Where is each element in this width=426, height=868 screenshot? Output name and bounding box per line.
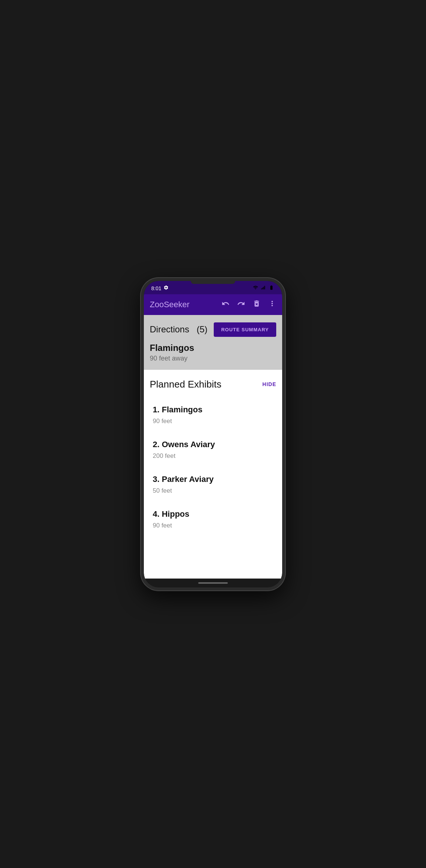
time-display: 8:01 (151, 285, 161, 291)
current-exhibit-distance: 90 feet away (150, 355, 276, 362)
panel-header: Planned Exhibits HIDE (150, 379, 276, 390)
home-bar (198, 582, 228, 584)
delete-icon[interactable] (253, 299, 261, 309)
exhibit-distance: 200 feet (153, 452, 273, 460)
directions-header: Directions (5) ROUTE SUMMARY Flamingos 9… (144, 315, 282, 370)
signal-icon (261, 285, 266, 292)
list-item[interactable]: 1. Flamingos 90 feet (150, 399, 276, 431)
exhibit-name: 2. Owens Aviary (153, 440, 273, 449)
exhibit-list: 1. Flamingos 90 feet 2. Owens Aviary 200… (150, 399, 276, 535)
list-item[interactable]: 4. Hippos 90 feet (150, 503, 276, 535)
exhibit-name: 4. Hippos (153, 509, 273, 519)
list-item[interactable]: 2. Owens Aviary 200 feet (150, 434, 276, 466)
route-summary-button[interactable]: ROUTE SUMMARY (214, 322, 276, 337)
exhibit-distance: 90 feet (153, 522, 273, 529)
exhibit-name: 1. Flamingos (153, 405, 273, 415)
phone-frame: 8:01 (141, 278, 285, 590)
more-vertical-icon[interactable] (268, 299, 276, 309)
status-time-container: 8:01 (151, 285, 169, 291)
directions-title: Directions (5) (150, 324, 207, 335)
exhibit-distance: 50 feet (153, 487, 273, 495)
wifi-icon (253, 285, 258, 292)
panel-title: Planned Exhibits (150, 379, 222, 390)
gear-icon (163, 285, 169, 291)
hide-button[interactable]: HIDE (263, 381, 276, 387)
app-title: ZooSeeker (150, 300, 222, 309)
undo-icon[interactable] (222, 299, 230, 309)
current-exhibit-name: Flamingos (150, 343, 276, 353)
main-content: Directions (5) ROUTE SUMMARY Flamingos 9… (144, 315, 282, 579)
app-bar-actions (222, 299, 276, 309)
phone-notch (191, 281, 235, 284)
exhibit-distance: 90 feet (153, 418, 273, 425)
list-item[interactable]: 3. Parker Aviary 50 feet (150, 469, 276, 500)
app-bar: ZooSeeker (144, 294, 282, 315)
exhibit-name: 3. Parker Aviary (153, 475, 273, 484)
status-icons (253, 285, 275, 292)
redo-icon[interactable] (237, 299, 245, 309)
phone-screen: 8:01 (144, 281, 282, 587)
planned-exhibits-panel: Planned Exhibits HIDE 1. Flamingos 90 fe… (144, 370, 282, 579)
directions-top-row: Directions (5) ROUTE SUMMARY (150, 322, 276, 337)
battery-icon (268, 285, 275, 292)
home-indicator (144, 579, 282, 587)
